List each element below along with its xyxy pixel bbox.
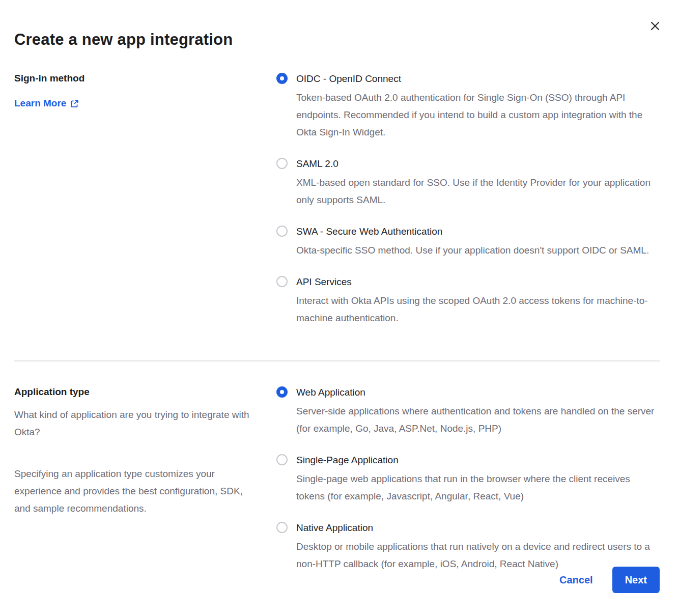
radio-option-label[interactable]: OIDC - OpenID Connect (296, 72, 660, 86)
radio-icon[interactable] (276, 73, 288, 84)
radio-icon[interactable] (276, 386, 288, 398)
application-type-section: Application type What kind of applicatio… (14, 386, 660, 573)
learn-more-label: Learn More (14, 98, 66, 109)
dialog-footer: Cancel Next (559, 567, 660, 593)
application-type-label: Application type (14, 386, 261, 398)
application-type-left-column: Application type What kind of applicatio… (14, 386, 276, 517)
radio-option-single-page-application[interactable]: Single-Page Application Single-page web … (276, 454, 660, 505)
radio-option-description: Server-side applications where authentic… (296, 403, 660, 437)
signin-method-left-column: Sign-in method Learn More (14, 72, 276, 109)
radio-icon[interactable] (276, 454, 288, 465)
radio-option-description: Okta-specific SSO method. Use if your ap… (296, 242, 649, 259)
application-type-options: Web Application Server-side applications… (276, 386, 660, 573)
radio-option-label[interactable]: SAML 2.0 (296, 157, 660, 171)
radio-option-swa[interactable]: SWA - Secure Web Authentication Okta-spe… (276, 225, 660, 259)
page-title: Create a new app integration (14, 31, 660, 49)
radio-option-description: Token-based OAuth 2.0 authentication for… (296, 89, 660, 141)
radio-icon[interactable] (276, 276, 288, 287)
radio-icon[interactable] (276, 226, 288, 237)
section-divider (14, 360, 660, 361)
cancel-button[interactable]: Cancel (559, 574, 593, 586)
radio-option-native-application[interactable]: Native Application Desktop or mobile app… (276, 521, 660, 573)
radio-option-description: Single-page web applications that run in… (296, 470, 660, 505)
radio-option-saml[interactable]: SAML 2.0 XML-based open standard for SSO… (276, 157, 660, 209)
application-type-hint: Specifying an application type customize… (14, 465, 261, 517)
radio-option-api-services[interactable]: API Services Interact with Okta APIs usi… (276, 275, 660, 327)
radio-option-label[interactable]: Web Application (296, 386, 660, 399)
signin-method-section: Sign-in method Learn More OIDC - OpenID … (14, 72, 660, 327)
radio-option-label[interactable]: Native Application (296, 521, 660, 535)
create-app-integration-dialog: Create a new app integration Sign-in met… (0, 0, 678, 616)
learn-more-link[interactable]: Learn More (14, 98, 79, 109)
radio-icon[interactable] (276, 158, 288, 169)
close-icon[interactable] (648, 19, 662, 33)
external-link-icon (70, 99, 79, 108)
radio-option-label[interactable]: Single-Page Application (296, 454, 660, 467)
signin-method-options: OIDC - OpenID Connect Token-based OAuth … (276, 72, 660, 327)
radio-option-description: XML-based open standard for SSO. Use if … (296, 174, 660, 209)
signin-method-label: Sign-in method (14, 72, 261, 85)
radio-option-description: Interact with Okta APIs using the scoped… (296, 292, 660, 327)
radio-option-label[interactable]: API Services (296, 275, 660, 289)
radio-option-oidc[interactable]: OIDC - OpenID Connect Token-based OAuth … (276, 72, 660, 141)
next-button[interactable]: Next (612, 567, 660, 593)
radio-icon[interactable] (276, 522, 288, 533)
application-type-question: What kind of application are you trying … (14, 406, 261, 441)
radio-option-web-application[interactable]: Web Application Server-side applications… (276, 386, 660, 437)
radio-option-label[interactable]: SWA - Secure Web Authentication (296, 225, 649, 238)
